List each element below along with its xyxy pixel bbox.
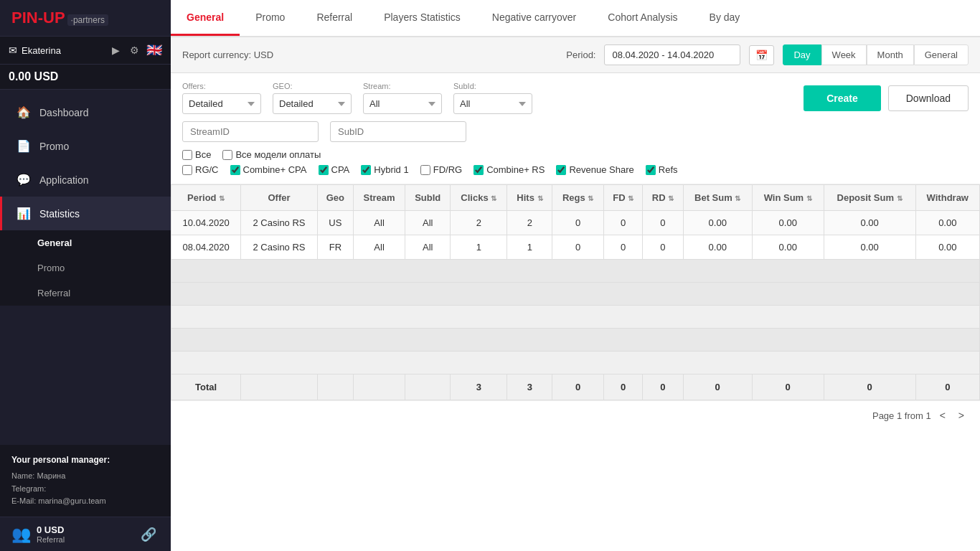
tab-promo[interactable]: Promo: [240, 0, 301, 36]
period-tab-general[interactable]: General: [914, 44, 969, 65]
col-regs[interactable]: Regs ⇅: [552, 185, 604, 211]
checkbox-revenue-share[interactable]: Revenue Share: [556, 164, 633, 175]
checkbox-revenue-share-input[interactable]: [556, 165, 566, 175]
tab-by-day[interactable]: By day: [694, 0, 756, 36]
period-tabs: Day Week Month General: [783, 44, 969, 65]
cell-stream: All: [353, 211, 405, 235]
page-next-btn[interactable]: >: [954, 408, 969, 423]
sub-item-general[interactable]: General: [0, 230, 171, 255]
logo-main: PIN-UP: [11, 9, 65, 27]
offers-select[interactable]: Detailed: [182, 93, 261, 114]
report-currency: Report currency: USD: [182, 50, 557, 60]
streamid-input[interactable]: [182, 121, 319, 142]
checkbox-combine-cpa-input[interactable]: [230, 165, 240, 175]
checkbox-vse-input[interactable]: [182, 150, 192, 160]
checkbox-combine-cpa[interactable]: Combine+ CPA: [230, 164, 307, 175]
table-row: 10.04.2020 2 Casino RS US All All 2 2 0 …: [171, 211, 980, 235]
total-deposit-sum: 0: [824, 375, 915, 400]
checkbox-hybrid1[interactable]: Hybrid 1: [361, 164, 408, 175]
checkbox-all-models[interactable]: Все модели оплаты: [222, 149, 321, 160]
checkbox-combine-cpa-label: Combine+ CPA: [243, 164, 307, 175]
sidebar-item-statistics[interactable]: 📊 Statistics: [0, 197, 171, 230]
col-bet-sum[interactable]: Bet Sum ⇅: [683, 185, 752, 211]
create-button[interactable]: Create: [804, 85, 881, 111]
page-prev-btn[interactable]: <: [936, 408, 950, 423]
period-tab-day[interactable]: Day: [783, 44, 821, 65]
table-row-empty: [171, 306, 980, 329]
checkbox-fd-rg[interactable]: FD/RG: [420, 164, 462, 175]
pagination-text: Page 1 from 1: [872, 410, 931, 421]
period-input[interactable]: [604, 44, 740, 65]
sidebar-item-dashboard[interactable]: 🏠 Dashboard: [0, 95, 171, 129]
checkbox-cpa[interactable]: CPA: [319, 164, 350, 175]
sidebar-item-application[interactable]: 💬 Application: [0, 163, 171, 197]
col-hits[interactable]: Hits ⇅: [507, 185, 552, 211]
tab-referral[interactable]: Referral: [301, 0, 368, 36]
col-deposit-sum[interactable]: Deposit Sum ⇅: [824, 185, 915, 211]
checkbox-rgc-input[interactable]: [182, 165, 192, 175]
col-stream[interactable]: Stream: [353, 185, 405, 211]
col-withdraw[interactable]: Withdraw: [915, 185, 979, 211]
checkbox-fd-rg-input[interactable]: [420, 165, 430, 175]
checkbox-refs-input[interactable]: [646, 165, 656, 175]
table-header: Period ⇅ Offer Geo Stream SubId Clicks ⇅…: [171, 185, 980, 211]
user-action-btn[interactable]: ▶: [109, 43, 123, 57]
offers-label: Offers:: [182, 82, 261, 90]
tab-general[interactable]: General: [171, 0, 240, 36]
sidebar-item-promo[interactable]: 📄 Promo: [0, 129, 171, 163]
col-rd[interactable]: RD ⇅: [643, 185, 683, 211]
manager-telegram: Telegram:: [11, 484, 46, 493]
period-tab-month[interactable]: Month: [867, 44, 914, 65]
sidebar-item-label: Statistics: [39, 208, 80, 220]
subid-select[interactable]: All: [453, 93, 532, 114]
checkbox-refs-label: Refs: [659, 164, 678, 175]
cell-stream: All: [353, 235, 405, 260]
geo-filter: GEO: Detailed: [273, 82, 352, 114]
tab-cohort-analysis[interactable]: Cohort Analysis: [592, 0, 693, 36]
checkbox-hybrid1-input[interactable]: [361, 165, 371, 175]
calendar-button[interactable]: 📅: [749, 45, 774, 65]
total-rd: 0: [643, 375, 683, 400]
cell-offer: 2 Casino RS: [241, 211, 318, 235]
total-label: Total: [171, 375, 241, 400]
application-icon: 💬: [17, 173, 31, 187]
col-period[interactable]: Period ⇅: [171, 185, 241, 211]
period-tab-week[interactable]: Week: [821, 44, 867, 65]
filter-area: Offers: Detailed GEO: Detailed Stream: A…: [171, 73, 980, 184]
table-row-empty: [171, 260, 980, 283]
tab-players-stats[interactable]: Players Statistics: [368, 0, 476, 36]
checkbox-vse[interactable]: Все: [182, 149, 211, 160]
stream-label: Stream:: [363, 82, 442, 90]
cell-geo: US: [317, 211, 353, 235]
checkbox-cpa-label: CPA: [331, 164, 350, 175]
col-geo[interactable]: Geo: [317, 185, 353, 211]
checkbox-fd-rg-label: FD/RG: [433, 164, 462, 175]
download-button[interactable]: Download: [888, 85, 969, 111]
sub-item-promo[interactable]: Promo: [0, 255, 171, 281]
checkbox-all-models-input[interactable]: [222, 150, 232, 160]
geo-select[interactable]: Detailed: [273, 93, 352, 114]
nav-menu: 🏠 Dashboard 📄 Promo 💬 Application 📊 Stat…: [0, 90, 171, 445]
checkbox-combine-rs-input[interactable]: [473, 165, 484, 175]
settings-btn[interactable]: ⚙: [127, 43, 142, 57]
total-fd: 0: [603, 375, 642, 400]
col-offer[interactable]: Offer: [241, 185, 318, 211]
stats-table-wrapper: Period ⇅ Offer Geo Stream SubId Clicks ⇅…: [171, 184, 980, 400]
cell-regs: 0: [552, 235, 604, 260]
sub-item-referral[interactable]: Referral: [0, 281, 171, 306]
col-subid[interactable]: SubId: [405, 185, 451, 211]
tab-negative-carryover[interactable]: Negative carryover: [476, 0, 593, 36]
col-fd[interactable]: FD ⇅: [603, 185, 642, 211]
language-flag[interactable]: 🇬🇧: [146, 42, 162, 58]
stream-select[interactable]: All: [363, 93, 442, 114]
checkbox-combine-rs[interactable]: Combine+ RS: [473, 164, 545, 175]
cell-win-sum: 0.00: [752, 235, 824, 260]
link-icon-btn[interactable]: 🔗: [138, 525, 159, 544]
checkbox-refs[interactable]: Refs: [646, 164, 678, 175]
checkbox-rgc[interactable]: RG/C: [182, 164, 219, 175]
manager-title: Your personal manager:: [11, 453, 159, 467]
col-clicks[interactable]: Clicks ⇅: [451, 185, 507, 211]
col-win-sum[interactable]: Win Sum ⇅: [752, 185, 824, 211]
subid-input[interactable]: [330, 121, 466, 142]
checkbox-cpa-input[interactable]: [319, 165, 329, 175]
